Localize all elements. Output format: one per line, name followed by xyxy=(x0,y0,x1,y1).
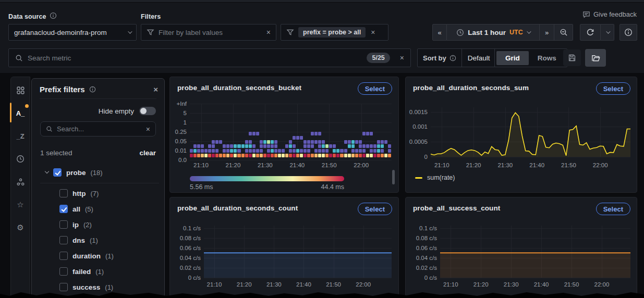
heatmap-cell xyxy=(201,144,204,148)
prefix-search-input[interactable] xyxy=(57,125,142,133)
time-shift-forward-button[interactable]: » xyxy=(540,24,554,41)
heatmap-cell xyxy=(212,140,215,144)
bookmarks-icon[interactable]: ☆ xyxy=(10,199,30,210)
tree-item-probe[interactable]: probe (18) xyxy=(45,167,103,178)
clear-selection-button[interactable]: clear xyxy=(139,149,156,157)
grid-line-h xyxy=(190,104,392,104)
heatmap-cell xyxy=(329,144,332,148)
heatmap-cell xyxy=(318,154,321,157)
tree-item-http[interactable]: http (7) xyxy=(59,188,99,198)
heatmap-cell xyxy=(289,154,292,157)
close-panel-icon[interactable]: × xyxy=(153,85,158,93)
prefix-filter-icon[interactable]: A_ xyxy=(10,107,30,119)
time-range-picker[interactable]: Last 1 hour UTC xyxy=(447,24,540,41)
overview-grid-icon[interactable] xyxy=(10,84,30,96)
y-axis-tick-label: 0.25 xyxy=(170,129,187,135)
heatmap-cell xyxy=(208,154,211,157)
groups-icon[interactable] xyxy=(10,176,30,188)
heatmap-cell xyxy=(237,149,240,153)
heatmap-cell xyxy=(311,154,314,157)
info-icon xyxy=(449,55,456,61)
data-source-select[interactable]: grafanacloud-demoinfra-prom xyxy=(8,24,137,41)
heatmap-cell xyxy=(197,144,200,148)
panel-duration-seconds-sum: probe_all_duration_seconds_sum Select 21… xyxy=(405,77,637,193)
heatmap-cell xyxy=(215,140,218,144)
x-axis-tick-label: 22:00 xyxy=(354,162,369,168)
clear-filter-icon[interactable]: × xyxy=(266,29,271,36)
checkbox-probe[interactable] xyxy=(53,168,62,177)
open-folder-button[interactable] xyxy=(585,49,606,67)
checkbox-failed[interactable] xyxy=(59,267,68,276)
toggle-knob xyxy=(140,108,147,114)
prefix-filters-title: Prefix filters xyxy=(40,85,85,94)
select-metric-button[interactable]: Select xyxy=(596,82,630,95)
sidebar-icon-rail: A_ _Z ☆ ⚙ xyxy=(10,77,30,298)
heatmap-cell xyxy=(237,144,240,148)
view-grid-button[interactable]: Grid xyxy=(496,51,529,65)
metric-search-input[interactable] xyxy=(28,54,362,62)
checkbox-success[interactable] xyxy=(59,283,68,291)
checkbox-dns[interactable] xyxy=(59,236,68,244)
remove-chip-icon[interactable]: × xyxy=(371,29,375,36)
heatmap-cell xyxy=(249,144,252,148)
panel-scrollbar[interactable] xyxy=(392,170,395,184)
refresh-interval-dropdown[interactable] xyxy=(601,24,614,41)
heatmap-cell xyxy=(226,144,229,148)
checkbox-duration[interactable] xyxy=(59,252,68,260)
tree-item-failed[interactable]: failed (1) xyxy=(59,266,104,277)
window-top-strip xyxy=(0,0,644,3)
heatmap-cell xyxy=(241,154,245,157)
tree-item-success[interactable]: success (1) xyxy=(59,282,113,292)
heatmap-cell xyxy=(274,154,277,157)
heatmap-cell xyxy=(193,154,197,157)
heatmap-cell xyxy=(377,154,380,157)
heatmap-cell xyxy=(282,149,285,153)
history-icon[interactable] xyxy=(10,153,30,165)
chevron-down-icon[interactable] xyxy=(45,169,49,173)
heatmap-cell xyxy=(344,149,347,153)
heatmap-cell xyxy=(300,149,303,153)
checkbox-all[interactable] xyxy=(59,205,68,213)
grid-line-h xyxy=(440,278,630,278)
heatmap-cell xyxy=(252,144,256,148)
give-feedback-button[interactable]: Give feedback xyxy=(582,10,637,18)
select-metric-button[interactable]: Select xyxy=(358,82,392,95)
heatmap-cell xyxy=(274,149,277,153)
suffix-filter-icon[interactable]: _Z xyxy=(10,130,30,142)
tree-item-duration[interactable]: duration (1) xyxy=(59,251,114,261)
hide-empty-toggle[interactable] xyxy=(139,107,156,115)
heatmap-cell xyxy=(351,149,355,153)
checkbox-ip[interactable] xyxy=(59,220,68,229)
info-button[interactable] xyxy=(619,24,637,41)
refresh-button[interactable] xyxy=(580,24,601,41)
view-rows-button[interactable]: Rows xyxy=(529,51,565,65)
heatmap-cell xyxy=(296,154,299,157)
sort-by-label: Sort by xyxy=(423,54,446,62)
y-axis-tick-label: 0.001 xyxy=(406,123,428,130)
tree-item-all[interactable]: all (5) xyxy=(59,204,93,214)
heatmap-cell xyxy=(267,149,270,153)
heatmap-cell xyxy=(212,154,215,157)
heatmap-cell xyxy=(256,154,259,157)
heatmap-cell xyxy=(344,154,347,157)
x-axis-tick-label: 21:40 xyxy=(529,162,544,168)
clear-prefix-search-icon[interactable]: × xyxy=(146,126,150,133)
y-axis-tick-label: 0.02 c/s xyxy=(406,265,437,271)
heatmap-cell xyxy=(366,144,369,148)
tree-item-ip[interactable]: ip (2) xyxy=(59,219,92,230)
checkbox-http[interactable] xyxy=(59,189,68,197)
settings-icon[interactable]: ⚙ xyxy=(10,222,30,233)
heatmap-cell xyxy=(336,149,339,153)
legend-label[interactable]: sum(rate) xyxy=(427,174,455,181)
time-shift-back-button[interactable]: « xyxy=(432,24,447,41)
clear-search-icon[interactable]: × xyxy=(400,54,404,61)
tree-item-dns[interactable]: dns (1) xyxy=(59,235,98,245)
save-button[interactable] xyxy=(563,49,581,66)
prefix-filter-chip[interactable]: prefix = probe > all xyxy=(298,27,366,38)
zoom-out-button[interactable] xyxy=(554,24,573,41)
heatmap-cell xyxy=(197,149,200,153)
label-filter-input[interactable] xyxy=(159,29,266,36)
heatmap-cell xyxy=(204,154,208,157)
select-metric-button[interactable]: Select xyxy=(358,203,392,215)
select-metric-button[interactable]: Select xyxy=(596,203,630,215)
